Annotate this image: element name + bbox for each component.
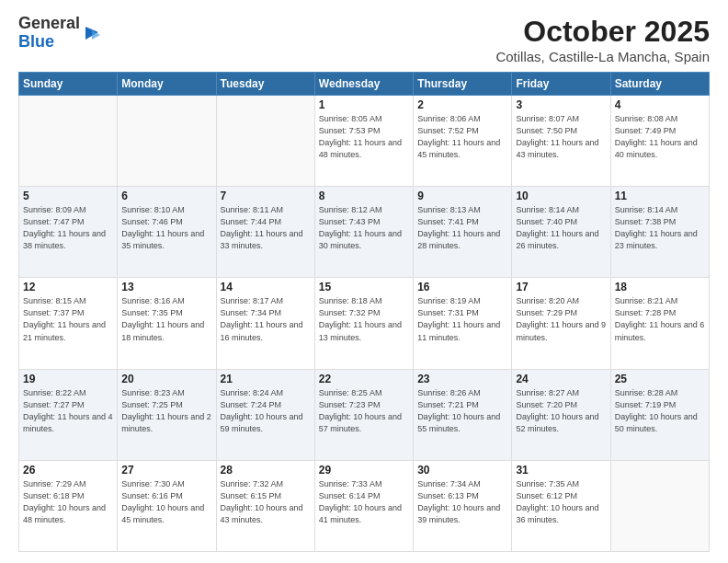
day-info: Sunrise: 8:14 AMSunset: 7:38 PMDaylight:… xyxy=(615,204,705,252)
calendar-cell: 11Sunrise: 8:14 AMSunset: 7:38 PMDayligh… xyxy=(610,187,709,278)
calendar-week-row: 19Sunrise: 8:22 AMSunset: 7:27 PMDayligh… xyxy=(19,369,710,460)
day-number: 6 xyxy=(121,190,211,202)
day-number: 31 xyxy=(516,464,606,477)
day-info: Sunrise: 7:34 AMSunset: 6:13 PMDaylight:… xyxy=(417,478,507,526)
day-number: 4 xyxy=(615,98,705,111)
calendar-header-row: SundayMondayTuesdayWednesdayThursdayFrid… xyxy=(19,73,710,96)
day-info: Sunrise: 8:07 AMSunset: 7:50 PMDaylight:… xyxy=(516,113,606,161)
day-number: 26 xyxy=(23,464,113,477)
calendar-cell: 24Sunrise: 8:27 AMSunset: 7:20 PMDayligh… xyxy=(512,369,610,460)
day-info: Sunrise: 8:28 AMSunset: 7:19 PMDaylight:… xyxy=(615,387,705,435)
day-header-thursday: Thursday xyxy=(414,73,512,96)
day-number: 30 xyxy=(417,464,507,477)
day-number: 1 xyxy=(319,98,409,111)
day-info: Sunrise: 8:26 AMSunset: 7:21 PMDaylight:… xyxy=(417,387,507,435)
calendar-cell: 14Sunrise: 8:17 AMSunset: 7:34 PMDayligh… xyxy=(216,278,314,369)
calendar-cell: 28Sunrise: 7:32 AMSunset: 6:15 PMDayligh… xyxy=(216,460,314,551)
day-info: Sunrise: 8:10 AMSunset: 7:46 PMDaylight:… xyxy=(121,204,211,252)
calendar-cell xyxy=(118,96,216,187)
title-block: October 2025 Cotillas, Castille-La Manch… xyxy=(495,15,710,64)
day-info: Sunrise: 8:20 AMSunset: 7:29 PMDaylight:… xyxy=(516,295,606,343)
day-info: Sunrise: 8:11 AMSunset: 7:44 PMDaylight:… xyxy=(221,204,311,252)
day-info: Sunrise: 8:15 AMSunset: 7:37 PMDaylight:… xyxy=(23,295,113,343)
calendar-cell: 5Sunrise: 8:09 AMSunset: 7:47 PMDaylight… xyxy=(19,187,118,278)
day-info: Sunrise: 8:08 AMSunset: 7:49 PMDaylight:… xyxy=(615,113,705,161)
day-number: 5 xyxy=(23,190,113,202)
day-number: 29 xyxy=(319,464,409,477)
calendar-cell: 1Sunrise: 8:05 AMSunset: 7:53 PMDaylight… xyxy=(314,96,413,187)
day-number: 10 xyxy=(516,190,606,202)
day-info: Sunrise: 7:35 AMSunset: 6:12 PMDaylight:… xyxy=(516,478,606,526)
calendar-cell: 20Sunrise: 8:23 AMSunset: 7:25 PMDayligh… xyxy=(118,369,216,460)
calendar-week-row: 26Sunrise: 7:29 AMSunset: 6:18 PMDayligh… xyxy=(19,460,710,551)
day-info: Sunrise: 8:09 AMSunset: 7:47 PMDaylight:… xyxy=(23,204,113,252)
day-info: Sunrise: 7:30 AMSunset: 6:16 PMDaylight:… xyxy=(121,478,211,526)
calendar-cell: 23Sunrise: 8:26 AMSunset: 7:21 PMDayligh… xyxy=(414,369,512,460)
calendar-subtitle: Cotillas, Castille-La Mancha, Spain xyxy=(495,49,710,64)
calendar-cell: 18Sunrise: 8:21 AMSunset: 7:28 PMDayligh… xyxy=(610,278,709,369)
calendar-cell: 31Sunrise: 7:35 AMSunset: 6:12 PMDayligh… xyxy=(512,460,610,551)
day-header-tuesday: Tuesday xyxy=(216,73,314,96)
day-number: 17 xyxy=(516,281,606,293)
day-number: 11 xyxy=(615,190,705,202)
logo-blue: Blue xyxy=(18,32,54,51)
calendar-cell xyxy=(19,96,118,187)
day-info: Sunrise: 8:17 AMSunset: 7:34 PMDaylight:… xyxy=(221,295,311,343)
day-info: Sunrise: 8:05 AMSunset: 7:53 PMDaylight:… xyxy=(319,113,409,161)
day-info: Sunrise: 8:21 AMSunset: 7:28 PMDaylight:… xyxy=(615,295,705,343)
day-info: Sunrise: 8:13 AMSunset: 7:41 PMDaylight:… xyxy=(417,204,507,252)
day-info: Sunrise: 8:19 AMSunset: 7:31 PMDaylight:… xyxy=(417,295,507,343)
calendar-table: SundayMondayTuesdayWednesdayThursdayFrid… xyxy=(18,72,710,552)
day-info: Sunrise: 8:25 AMSunset: 7:23 PMDaylight:… xyxy=(319,387,409,435)
day-info: Sunrise: 8:12 AMSunset: 7:43 PMDaylight:… xyxy=(319,204,409,252)
calendar-week-row: 12Sunrise: 8:15 AMSunset: 7:37 PMDayligh… xyxy=(19,278,710,369)
day-header-sunday: Sunday xyxy=(19,73,118,96)
day-number: 12 xyxy=(23,281,113,293)
calendar-cell: 26Sunrise: 7:29 AMSunset: 6:18 PMDayligh… xyxy=(19,460,118,551)
calendar-cell xyxy=(216,96,314,187)
day-info: Sunrise: 8:14 AMSunset: 7:40 PMDaylight:… xyxy=(516,204,606,252)
calendar-cell: 12Sunrise: 8:15 AMSunset: 7:37 PMDayligh… xyxy=(19,278,118,369)
day-number: 19 xyxy=(23,373,113,385)
day-number: 22 xyxy=(319,373,409,385)
day-number: 23 xyxy=(417,373,507,385)
calendar-cell: 19Sunrise: 8:22 AMSunset: 7:27 PMDayligh… xyxy=(19,369,118,460)
calendar-cell: 21Sunrise: 8:24 AMSunset: 7:24 PMDayligh… xyxy=(216,369,314,460)
day-number: 13 xyxy=(121,281,211,293)
day-number: 20 xyxy=(121,373,211,385)
day-info: Sunrise: 8:27 AMSunset: 7:20 PMDaylight:… xyxy=(516,387,606,435)
calendar-cell xyxy=(610,460,709,551)
day-number: 18 xyxy=(615,281,705,293)
day-info: Sunrise: 8:16 AMSunset: 7:35 PMDaylight:… xyxy=(121,295,211,343)
calendar-cell: 22Sunrise: 8:25 AMSunset: 7:23 PMDayligh… xyxy=(314,369,413,460)
calendar-cell: 17Sunrise: 8:20 AMSunset: 7:29 PMDayligh… xyxy=(512,278,610,369)
calendar-cell: 4Sunrise: 8:08 AMSunset: 7:49 PMDaylight… xyxy=(610,96,709,187)
day-info: Sunrise: 8:18 AMSunset: 7:32 PMDaylight:… xyxy=(319,295,409,343)
day-number: 9 xyxy=(417,190,507,202)
day-number: 14 xyxy=(221,281,311,293)
calendar-week-row: 1Sunrise: 8:05 AMSunset: 7:53 PMDaylight… xyxy=(19,96,710,187)
calendar-cell: 30Sunrise: 7:34 AMSunset: 6:13 PMDayligh… xyxy=(414,460,512,551)
day-header-saturday: Saturday xyxy=(610,73,709,96)
header: General Blue October 2025 Cotillas, Cast… xyxy=(18,15,710,64)
day-number: 16 xyxy=(417,281,507,293)
day-number: 27 xyxy=(121,464,211,477)
calendar-cell: 15Sunrise: 8:18 AMSunset: 7:32 PMDayligh… xyxy=(314,278,413,369)
day-number: 2 xyxy=(417,98,507,111)
calendar-cell: 10Sunrise: 8:14 AMSunset: 7:40 PMDayligh… xyxy=(512,187,610,278)
calendar-cell: 9Sunrise: 8:13 AMSunset: 7:41 PMDaylight… xyxy=(414,187,512,278)
calendar-title: October 2025 xyxy=(495,15,710,49)
day-info: Sunrise: 7:33 AMSunset: 6:14 PMDaylight:… xyxy=(319,478,409,526)
calendar-week-row: 5Sunrise: 8:09 AMSunset: 7:47 PMDaylight… xyxy=(19,187,710,278)
day-number: 21 xyxy=(221,373,311,385)
calendar-cell: 16Sunrise: 8:19 AMSunset: 7:31 PMDayligh… xyxy=(414,278,512,369)
logo-icon xyxy=(82,23,102,43)
day-number: 15 xyxy=(319,281,409,293)
calendar-cell: 27Sunrise: 7:30 AMSunset: 6:16 PMDayligh… xyxy=(118,460,216,551)
calendar-cell: 7Sunrise: 8:11 AMSunset: 7:44 PMDaylight… xyxy=(216,187,314,278)
calendar-cell: 3Sunrise: 8:07 AMSunset: 7:50 PMDaylight… xyxy=(512,96,610,187)
logo: General Blue xyxy=(18,15,102,52)
day-number: 24 xyxy=(516,373,606,385)
page: General Blue October 2025 Cotillas, Cast… xyxy=(0,0,728,563)
calendar-body: 1Sunrise: 8:05 AMSunset: 7:53 PMDaylight… xyxy=(19,96,710,552)
